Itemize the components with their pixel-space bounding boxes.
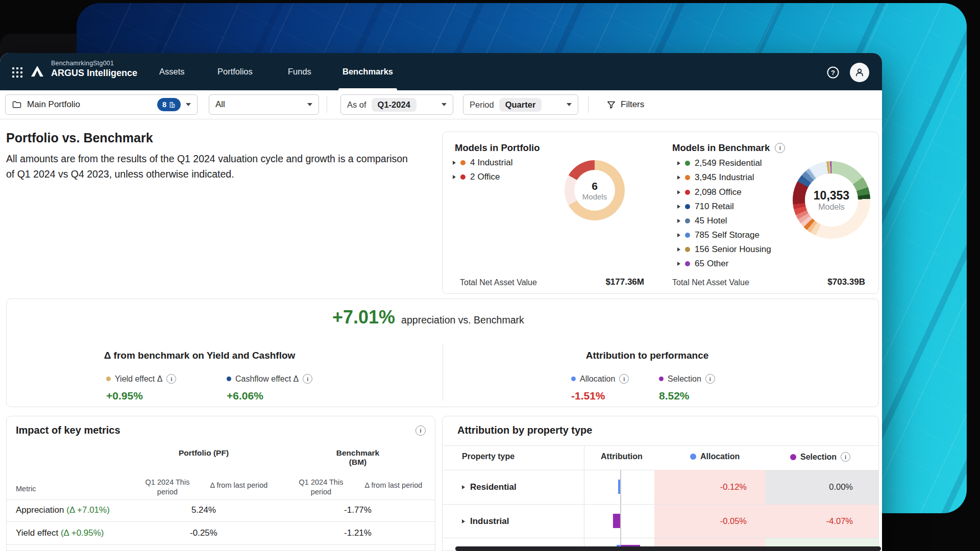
tab-benchmarks[interactable]: Benchmarks (338, 53, 397, 90)
column-divider (584, 445, 584, 551)
caret-right-icon (677, 219, 680, 223)
scope-value: All (215, 99, 225, 110)
attribution-header: Attribution (601, 452, 643, 461)
legend-count: 710 (695, 202, 709, 212)
product-name: ARGUS Intelligence (51, 68, 137, 79)
benchmark-donut-chart: 10,353 Models (793, 161, 870, 239)
folder-icon (12, 99, 22, 110)
info-icon[interactable]: i (705, 374, 715, 384)
metric-value: -1.51% (571, 390, 629, 402)
legend-item-office[interactable]: 2,098 Office (677, 187, 742, 197)
legend-item-other[interactable]: 65 Other (677, 259, 728, 269)
app-grid-icon[interactable] (11, 66, 22, 78)
row-yield-effect[interactable]: Yield effect (Δ +0.95%) (16, 528, 104, 538)
models-in-benchmark-title: Models in Benchmark (672, 142, 770, 154)
models-in-portfolio-title: Models in Portfolio (455, 142, 540, 154)
legend-count: 156 (695, 244, 709, 255)
divider (443, 445, 878, 446)
portfolio-selector-label: Main Portfolio (27, 99, 80, 110)
divider (327, 96, 327, 113)
caret-right-icon (453, 175, 456, 179)
period-selector[interactable]: Period Quarter (463, 94, 578, 115)
bm-this-period-header: Q1 2024 This period (290, 478, 352, 497)
attribution-performance-title: Attribution to performance (545, 350, 749, 361)
scope-selector[interactable]: All (209, 94, 319, 115)
legend-count: 2,549 (695, 158, 717, 168)
caret-right-icon (677, 176, 680, 180)
filters-button[interactable]: Filters (606, 94, 644, 115)
user-avatar[interactable] (850, 63, 869, 82)
metric-name: Yield effect (16, 528, 58, 538)
metric-value: +0.95% (106, 390, 176, 402)
legend-dot (685, 261, 690, 266)
tab-assets[interactable]: Assets (159, 53, 185, 90)
portfolio-count-badge: 8 (157, 98, 181, 111)
help-icon: ? (826, 65, 840, 80)
divider (7, 499, 435, 500)
donut-center-value: 6 (592, 180, 598, 192)
row-label: Industrial (470, 516, 509, 527)
row-residential[interactable]: Residential (462, 482, 517, 492)
legend-item-office[interactable]: 2 Office (453, 172, 500, 182)
pf-value: -0.25% (173, 528, 234, 538)
legend-item-retail[interactable]: 710 Retail (677, 202, 734, 212)
legend-label: Residential (719, 158, 762, 168)
legend-dot (460, 160, 465, 165)
building-icon (169, 102, 176, 108)
divider (588, 96, 589, 113)
pf-delta-header: Δ from last period (206, 481, 272, 490)
metric-value: 8.52% (659, 390, 715, 402)
headline: +7.01% appreciation vs. Benchmark (332, 307, 524, 328)
caret-right-icon (462, 485, 465, 489)
period-label: Period (470, 100, 494, 110)
tab-portfolios[interactable]: Portfolios (217, 53, 253, 90)
caret-right-icon (677, 161, 680, 165)
legend-item-senior-housing[interactable]: 156 Senior Housing (677, 244, 771, 255)
metric-label: Yield effect Δ (115, 374, 162, 384)
portfolio-selector[interactable]: Main Portfolio 8 (5, 94, 198, 115)
legend-item-self-storage[interactable]: 785 Self Storage (677, 230, 760, 240)
help-button[interactable]: ? (826, 65, 840, 80)
legend-dot (659, 377, 664, 381)
impact-panel: Impact of key metrics i Portfolio (PF) B… (6, 416, 435, 551)
legend-item-hotel[interactable]: 45 Hotel (677, 216, 727, 226)
argus-logo-icon (30, 65, 45, 78)
legend-dot (460, 174, 465, 180)
tab-funds[interactable]: Funds (288, 53, 311, 90)
industrial-allocation-cell: -0.05% (654, 504, 765, 538)
horizontal-scrollbar[interactable] (455, 546, 881, 551)
as-of-selector[interactable]: As of Q1-2024 (340, 94, 453, 115)
legend-dot (571, 377, 576, 381)
yield-effect-metric: Yield effect Δ i +0.95% (106, 374, 176, 402)
legend-label: Office (477, 172, 500, 182)
legend-dot (690, 454, 696, 460)
info-icon[interactable]: i (166, 374, 176, 384)
legend-count: 45 (695, 216, 704, 226)
benchmark-total-nav-value: $703.39B (827, 277, 865, 287)
legend-item-industrial[interactable]: 4 Industrial (453, 158, 512, 168)
legend-dot (227, 377, 231, 381)
legend-item-residential[interactable]: 2,549 Residential (677, 158, 762, 168)
row-industrial[interactable]: Industrial (462, 516, 509, 527)
legend-label: Industrial (477, 158, 512, 168)
row-appreciation[interactable]: Appreciation (Δ +7.01%) (16, 505, 110, 515)
allocation-metric: Allocation i -1.51% (571, 374, 629, 402)
impact-title: Impact of key metrics (16, 424, 120, 436)
legend-label: Office (719, 187, 742, 197)
metric-value: +6.06% (227, 390, 312, 402)
info-icon[interactable]: i (619, 374, 629, 384)
info-icon[interactable]: i (415, 425, 426, 436)
info-icon[interactable]: i (841, 452, 850, 462)
residential-allocation-bar (618, 480, 620, 494)
info-icon[interactable]: i (775, 143, 785, 153)
legend-item-industrial[interactable]: 3,945 Industrial (677, 172, 754, 183)
allocation-header: Allocation (690, 452, 740, 461)
caret-right-icon (677, 233, 680, 237)
info-icon[interactable]: i (303, 374, 312, 384)
legend-label: Retail (712, 202, 733, 212)
caret-right-icon (677, 190, 680, 194)
caret-right-icon (677, 247, 680, 252)
metric-delta: (Δ +0.95%) (61, 528, 104, 538)
benchmark-group-header: Benchmark (BM) (327, 448, 388, 467)
metric-label: Cashflow effect Δ (235, 374, 299, 384)
